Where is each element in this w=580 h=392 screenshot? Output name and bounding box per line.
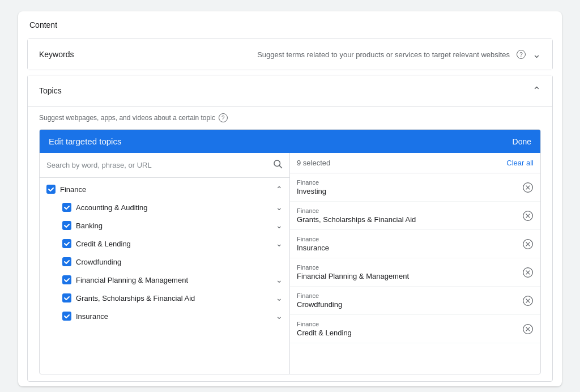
insurance-sel-category: Finance [297, 236, 329, 242]
remove-fp-button[interactable] [522, 267, 534, 278]
selected-item-crowdfunding: Finance Crowdfunding [290, 287, 540, 315]
checkbox-grants[interactable] [62, 293, 71, 302]
topics-help-row: Suggest webpages, apps, and videos about… [39, 113, 541, 122]
grants-sel-category: Finance [297, 207, 416, 214]
selected-item-investing-text: Finance Investing [297, 179, 326, 195]
search-row [40, 153, 289, 178]
cf-sel-category: Finance [297, 292, 342, 299]
grants-expand-icon[interactable]: ⌄ [276, 293, 283, 302]
financial-planning-label: Financial Planning & Management [76, 276, 271, 284]
selected-item-grants: Finance Grants, Scholarships & Financial… [290, 202, 540, 230]
keywords-section-header[interactable]: Keywords Suggest terms related to your p… [28, 39, 552, 70]
search-input[interactable] [46, 161, 268, 169]
checkbox-crowdfunding[interactable] [62, 257, 71, 266]
fp-sel-category: Finance [297, 264, 409, 271]
topics-description: Suggest webpages, apps, and videos about… [39, 114, 215, 122]
checkbox-financial-planning[interactable] [62, 275, 71, 284]
investing-name: Investing [297, 187, 326, 195]
selected-item-credit-text: Finance Credit & Lending [297, 321, 352, 337]
search-icon [272, 159, 283, 172]
remove-insurance-button[interactable] [522, 238, 534, 250]
checkbox-finance[interactable] [46, 185, 56, 194]
checkbox-credit[interactable] [62, 239, 71, 248]
remove-grants-button[interactable] [522, 210, 534, 221]
tree-item-grants[interactable]: Grants, Scholarships & Financial Aid ⌄ [40, 289, 289, 307]
main-container: Content Keywords Suggest terms related t… [18, 11, 562, 386]
right-panel: 9 selected Clear all Finance Investing [290, 153, 540, 374]
financial-planning-expand-icon[interactable]: ⌄ [276, 275, 283, 284]
edit-panel: Edit targeted topics Done [39, 129, 541, 374]
selected-item-insurance-text: Finance Insurance [297, 236, 329, 252]
tree-item-insurance[interactable]: Insurance ⌄ [40, 307, 289, 325]
topics-title: Topics [39, 86, 62, 95]
investing-category: Finance [297, 179, 326, 186]
selected-header: 9 selected Clear all [290, 153, 540, 173]
grants-label: Grants, Scholarships & Financial Aid [76, 294, 271, 302]
tree-item-crowdfunding[interactable]: Crowdfunding [40, 253, 289, 271]
clear-all-button[interactable]: Clear all [506, 159, 534, 167]
finance-label: Finance [60, 185, 271, 194]
banking-label: Banking [76, 221, 271, 230]
done-button[interactable]: Done [513, 137, 531, 146]
keywords-section: Keywords Suggest terms related to your p… [27, 39, 553, 70]
credit-expand-icon[interactable]: ⌄ [276, 239, 283, 248]
checkbox-banking[interactable] [62, 221, 71, 230]
finance-expand-icon[interactable]: ⌃ [276, 185, 283, 194]
edit-panel-body: Finance ⌃ Accounting & Auditin [40, 153, 540, 374]
credit-sel-name: Credit & Lending [297, 329, 352, 337]
page-title: Content [18, 11, 562, 34]
tree-item-finance[interactable]: Finance ⌃ [40, 180, 289, 198]
cf-sel-name: Crowdfunding [297, 300, 342, 309]
checkbox-accounting[interactable] [62, 203, 71, 212]
remove-credit-button[interactable] [522, 323, 534, 335]
keywords-description: Suggest terms related to your products o… [257, 50, 510, 59]
topics-chevron-icon: ⌃ [532, 84, 541, 97]
insurance-sel-name: Insurance [297, 244, 329, 252]
tree-item-credit[interactable]: Credit & Lending ⌄ [40, 235, 289, 253]
selected-item-financial-planning: Finance Financial Planning & Management [290, 258, 540, 287]
credit-sel-category: Finance [297, 321, 352, 327]
edit-panel-title: Edit targeted topics [49, 137, 121, 146]
crowdfunding-label: Crowdfunding [76, 258, 283, 266]
left-panel: Finance ⌃ Accounting & Auditin [40, 153, 290, 374]
remove-investing-button[interactable] [522, 182, 534, 193]
tree-item-accounting[interactable]: Accounting & Auditing ⌄ [40, 198, 289, 216]
selected-item-investing: Finance Investing [290, 173, 540, 202]
fp-sel-name: Financial Planning & Management [297, 272, 409, 280]
selected-item-cf-text: Finance Crowdfunding [297, 292, 342, 309]
checkbox-insurance[interactable] [62, 312, 71, 321]
tree-item-banking[interactable]: Banking ⌄ [40, 216, 289, 235]
accounting-label: Accounting & Auditing [76, 203, 271, 212]
selected-item-fp-text: Finance Financial Planning & Management [297, 264, 409, 280]
selected-item-insurance: Finance Insurance [290, 230, 540, 258]
edit-panel-header: Edit targeted topics Done [40, 130, 540, 153]
tree-item-financial-planning[interactable]: Financial Planning & Management ⌄ [40, 271, 289, 289]
svg-line-1 [279, 165, 282, 168]
insurance-expand-icon[interactable]: ⌄ [276, 312, 283, 321]
keywords-title: Keywords [39, 50, 74, 59]
topics-section-header[interactable]: Topics ⌃ [28, 75, 552, 106]
selected-count: 9 selected [297, 159, 330, 167]
tree-list: Finance ⌃ Accounting & Auditin [40, 178, 289, 374]
credit-label: Credit & Lending [76, 240, 271, 248]
topics-help-icon: ? [219, 113, 228, 122]
topics-section: Topics ⌃ Suggest webpages, apps, and vid… [27, 75, 553, 382]
selected-list: Finance Investing [290, 173, 540, 374]
selected-item-credit: Finance Credit & Lending [290, 315, 540, 343]
keywords-chevron-icon: ⌄ [532, 48, 541, 61]
grants-sel-name: Grants, Scholarships & Financial Aid [297, 215, 416, 224]
accounting-expand-icon[interactable]: ⌄ [276, 203, 283, 212]
insurance-label: Insurance [76, 312, 271, 321]
keywords-help-icon: ? [517, 50, 526, 59]
topics-section-content: Suggest webpages, apps, and videos about… [28, 106, 552, 381]
banking-expand-icon[interactable]: ⌄ [276, 221, 283, 230]
selected-item-grants-text: Finance Grants, Scholarships & Financial… [297, 207, 416, 224]
remove-cf-button[interactable] [522, 295, 534, 306]
